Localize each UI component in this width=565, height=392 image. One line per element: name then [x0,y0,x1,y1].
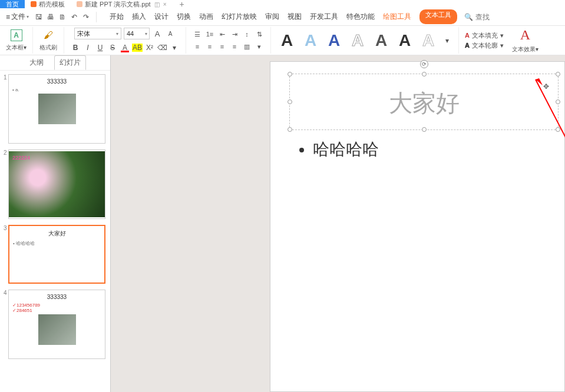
resize-handle-tc[interactable] [422,72,427,77]
preview-button[interactable]: 🗎 [58,13,67,21]
tab-transition[interactable]: 切换 [177,9,191,24]
indent-inc-button[interactable]: ⇥ [229,29,240,39]
thumb-bullet: • 哈哈哈哈 [13,240,101,247]
thumb-number: 3 [4,225,7,231]
font-color-button[interactable]: A [120,42,130,53]
formatpainter-label: 格式刷 [39,44,57,52]
resize-handle-tr[interactable] [556,72,560,77]
wordart-more-button[interactable]: ▾ [442,35,452,46]
tab-close-icon[interactable]: × [163,1,167,8]
superscript-button[interactable]: X² [144,42,155,53]
highlight-button[interactable]: AB [132,42,143,53]
para-more-button[interactable]: ▾ [254,41,265,52]
ppt-icon [77,1,82,7]
resize-handle-bc[interactable] [422,127,427,132]
bullet-item[interactable]: 哈哈哈哈 [313,138,553,161]
redo-button[interactable]: ↷ [82,13,90,21]
underline-button[interactable]: U [95,42,105,53]
align-left-button[interactable]: ≡ [192,41,203,52]
font-size-select[interactable]: 44▾ [124,28,150,39]
thumbnail-list[interactable]: 1 333333 • a. 2 222224 3 大家好 [0,71,110,392]
align-right-button[interactable]: ≡ [217,41,227,52]
thumbnail-4[interactable]: 4 333333 ✓123456789 ✓284651 [5,290,105,359]
panel-tab-outline[interactable]: 大纲 [25,56,48,69]
decrease-font-button[interactable]: A [165,28,176,39]
tab-start[interactable]: 开始 [110,9,124,24]
wordart-style-5[interactable]: A [371,31,391,50]
italic-button[interactable]: I [82,42,93,53]
menu-button[interactable]: ≡ 文件 ▾ [4,10,31,24]
tab-insert[interactable]: 插入 [132,9,146,24]
tab-home[interactable]: 首页 [0,0,25,8]
group-textbox[interactable]: A 文本框▾ [4,27,29,54]
slide-title-text[interactable]: 大家好 [290,74,558,119]
search-box[interactable]: 🔍 [464,13,499,21]
slide-canvas[interactable]: ⟳ ✥ 大家好 哈哈哈哈 [270,61,565,392]
wordart-style-3[interactable]: A [324,31,344,50]
wordart-style-7[interactable]: A [418,31,438,50]
tab-drawtools[interactable]: 绘图工具 [383,9,411,24]
undo-button[interactable]: ↶ [70,13,78,21]
canvas-area[interactable]: ⟳ ✥ 大家好 哈哈哈哈 [111,55,565,392]
tab-slideshow[interactable]: 幻灯片放映 [222,9,257,24]
tab-docktpl[interactable]: 稻壳模板 [25,0,71,8]
search-input[interactable] [475,13,499,21]
align-justify-button[interactable]: ≡ [229,41,240,52]
group-formatpainter[interactable]: 🖌 格式刷 [37,27,60,54]
thumbnail-2[interactable]: 2 222224 [5,150,105,219]
docktpl-icon [31,1,37,7]
wordart-style-2[interactable]: A [300,31,321,50]
thumbnail-3[interactable]: 3 大家好 • 哈哈哈哈 [5,225,105,284]
wordart-style-6[interactable]: A [395,31,415,50]
bold-button[interactable]: B [70,42,81,53]
resize-handle-ml[interactable] [288,99,292,104]
tab-special[interactable]: 特色功能 [346,9,375,24]
tab-design[interactable]: 设计 [154,9,168,24]
tab-developer[interactable]: 开发工具 [310,9,338,24]
clearformat-button[interactable]: ⌫ [157,42,167,53]
text-fill-button[interactable]: A文本填充▾ [465,31,504,40]
thumbnail-1[interactable]: 1 333333 • a. [5,74,105,144]
tab-animation[interactable]: 动画 [199,9,213,24]
textbox-icon: A [11,29,22,41]
resize-handle-mr[interactable] [556,99,560,104]
more-font-button[interactable]: ▾ [169,42,180,53]
increase-font-button[interactable]: A [152,28,163,39]
textdir-button[interactable]: ⇅ [254,29,265,39]
numbering-button[interactable]: 1≡ [204,29,215,39]
body-textbox[interactable]: 哈哈哈哈 [289,138,553,161]
columns-button[interactable]: ▥ [242,41,252,52]
linespacing-button[interactable]: ↕ [242,29,252,39]
search-icon: 🔍 [464,13,473,21]
title-textbox[interactable]: ⟳ ✥ 大家好 [289,74,559,130]
tab-newfile[interactable]: 新建 PPT 演示文稿.ppt ◫ × [71,0,173,8]
resize-handle-tl[interactable] [288,72,292,77]
thumb-title: 333333 [12,294,101,300]
chevron-down-icon: ▾ [27,14,29,19]
rotate-handle[interactable]: ⟳ [420,60,428,68]
menu-icon: ≡ [6,13,10,21]
indent-dec-button[interactable]: ⇤ [217,29,227,39]
tab-pin-icon[interactable]: ◫ [154,1,160,8]
main-toolbar: ≡ 文件 ▾ 🖫 🖶 🗎 ↶ ↷ 开始 插入 设计 切换 动画 幻灯片放映 审阅… [0,8,565,26]
print-button[interactable]: 🖶 [47,13,55,21]
group-paragraph: ☰ 1≡ ⇤ ⇥ ↕ ⇅ ≡ ≡ ≡ ≡ ▥ ▾ [190,27,267,54]
text-outline-button[interactable]: A文本轮廓▾ [465,41,504,50]
align-center-button[interactable]: ≡ [204,41,215,52]
wordart-style-1[interactable]: A [277,31,297,50]
tab-review[interactable]: 审阅 [265,9,279,24]
wordart-style-4[interactable]: A [348,31,368,50]
tab-texttools[interactable]: 文本工具 [419,9,457,24]
bullets-button[interactable]: ☰ [192,29,203,39]
text-effects-button[interactable]: A 文本效果▾ [510,27,541,54]
resize-handle-br[interactable] [556,127,560,132]
resize-handle-bl[interactable] [288,127,292,132]
font-family-select[interactable]: 宋体▾ [74,28,121,39]
panel-tab-slides[interactable]: 幻灯片 [54,55,86,70]
thumb-title: 大家好 [13,230,101,238]
strike-button[interactable]: S [107,42,118,53]
tab-view[interactable]: 视图 [288,9,302,24]
tab-add-button[interactable]: + [180,0,184,9]
save-button[interactable]: 🖫 [35,13,43,21]
thumb-overlay-text: 222224 [12,155,30,161]
